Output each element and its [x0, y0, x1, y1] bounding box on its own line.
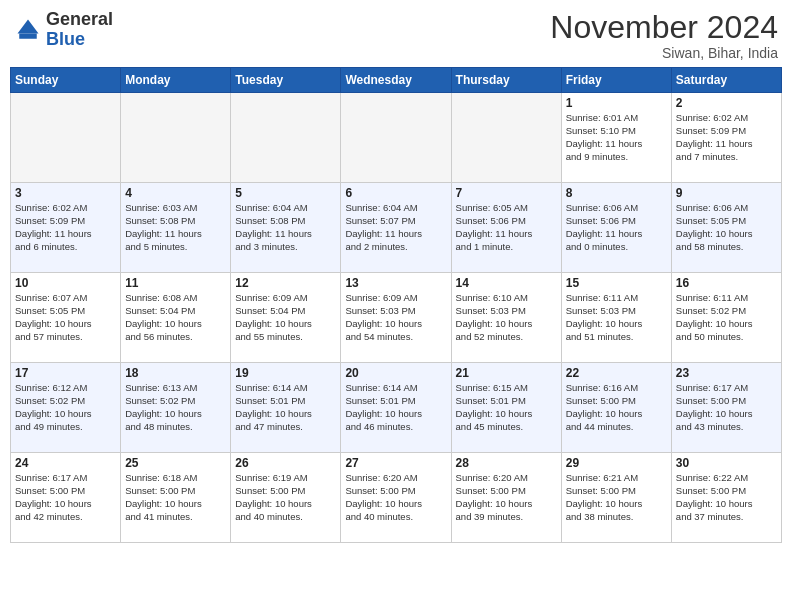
day-number: 3 — [15, 186, 116, 200]
day-info: Sunrise: 6:12 AM Sunset: 5:02 PM Dayligh… — [15, 382, 116, 433]
day-number: 24 — [15, 456, 116, 470]
day-number: 1 — [566, 96, 667, 110]
calendar-cell: 12Sunrise: 6:09 AM Sunset: 5:04 PM Dayli… — [231, 273, 341, 363]
calendar-cell: 18Sunrise: 6:13 AM Sunset: 5:02 PM Dayli… — [121, 363, 231, 453]
day-info: Sunrise: 6:09 AM Sunset: 5:03 PM Dayligh… — [345, 292, 446, 343]
calendar-cell: 24Sunrise: 6:17 AM Sunset: 5:00 PM Dayli… — [11, 453, 121, 543]
calendar-cell: 22Sunrise: 6:16 AM Sunset: 5:00 PM Dayli… — [561, 363, 671, 453]
calendar-cell: 27Sunrise: 6:20 AM Sunset: 5:00 PM Dayli… — [341, 453, 451, 543]
day-number: 5 — [235, 186, 336, 200]
day-info: Sunrise: 6:20 AM Sunset: 5:00 PM Dayligh… — [456, 472, 557, 523]
calendar-header-row: SundayMondayTuesdayWednesdayThursdayFrid… — [11, 68, 782, 93]
calendar-cell: 11Sunrise: 6:08 AM Sunset: 5:04 PM Dayli… — [121, 273, 231, 363]
day-info: Sunrise: 6:08 AM Sunset: 5:04 PM Dayligh… — [125, 292, 226, 343]
calendar-cell: 28Sunrise: 6:20 AM Sunset: 5:00 PM Dayli… — [451, 453, 561, 543]
day-info: Sunrise: 6:21 AM Sunset: 5:00 PM Dayligh… — [566, 472, 667, 523]
day-info: Sunrise: 6:09 AM Sunset: 5:04 PM Dayligh… — [235, 292, 336, 343]
day-info: Sunrise: 6:11 AM Sunset: 5:02 PM Dayligh… — [676, 292, 777, 343]
day-number: 23 — [676, 366, 777, 380]
day-info: Sunrise: 6:19 AM Sunset: 5:00 PM Dayligh… — [235, 472, 336, 523]
calendar-cell: 2Sunrise: 6:02 AM Sunset: 5:09 PM Daylig… — [671, 93, 781, 183]
weekday-header-tuesday: Tuesday — [231, 68, 341, 93]
day-info: Sunrise: 6:15 AM Sunset: 5:01 PM Dayligh… — [456, 382, 557, 433]
calendar-table: SundayMondayTuesdayWednesdayThursdayFrid… — [10, 67, 782, 543]
calendar-cell — [231, 93, 341, 183]
day-number: 7 — [456, 186, 557, 200]
calendar-cell — [121, 93, 231, 183]
day-info: Sunrise: 6:03 AM Sunset: 5:08 PM Dayligh… — [125, 202, 226, 253]
day-number: 11 — [125, 276, 226, 290]
location: Siwan, Bihar, India — [550, 45, 778, 61]
day-info: Sunrise: 6:01 AM Sunset: 5:10 PM Dayligh… — [566, 112, 667, 163]
calendar-week-row: 10Sunrise: 6:07 AM Sunset: 5:05 PM Dayli… — [11, 273, 782, 363]
logo-text: General Blue — [46, 10, 113, 50]
svg-marker-0 — [18, 19, 39, 33]
day-info: Sunrise: 6:04 AM Sunset: 5:08 PM Dayligh… — [235, 202, 336, 253]
day-number: 30 — [676, 456, 777, 470]
day-info: Sunrise: 6:07 AM Sunset: 5:05 PM Dayligh… — [15, 292, 116, 343]
calendar-cell: 4Sunrise: 6:03 AM Sunset: 5:08 PM Daylig… — [121, 183, 231, 273]
day-info: Sunrise: 6:04 AM Sunset: 5:07 PM Dayligh… — [345, 202, 446, 253]
day-number: 17 — [15, 366, 116, 380]
calendar-week-row: 1Sunrise: 6:01 AM Sunset: 5:10 PM Daylig… — [11, 93, 782, 183]
calendar-cell: 7Sunrise: 6:05 AM Sunset: 5:06 PM Daylig… — [451, 183, 561, 273]
calendar-cell: 26Sunrise: 6:19 AM Sunset: 5:00 PM Dayli… — [231, 453, 341, 543]
page-header: General Blue November 2024 Siwan, Bihar,… — [10, 10, 782, 61]
calendar-cell — [11, 93, 121, 183]
weekday-header-sunday: Sunday — [11, 68, 121, 93]
calendar-cell — [341, 93, 451, 183]
calendar-cell: 15Sunrise: 6:11 AM Sunset: 5:03 PM Dayli… — [561, 273, 671, 363]
day-number: 12 — [235, 276, 336, 290]
day-number: 29 — [566, 456, 667, 470]
calendar-cell: 23Sunrise: 6:17 AM Sunset: 5:00 PM Dayli… — [671, 363, 781, 453]
title-block: November 2024 Siwan, Bihar, India — [550, 10, 778, 61]
day-info: Sunrise: 6:20 AM Sunset: 5:00 PM Dayligh… — [345, 472, 446, 523]
day-info: Sunrise: 6:18 AM Sunset: 5:00 PM Dayligh… — [125, 472, 226, 523]
day-info: Sunrise: 6:05 AM Sunset: 5:06 PM Dayligh… — [456, 202, 557, 253]
day-number: 10 — [15, 276, 116, 290]
day-number: 25 — [125, 456, 226, 470]
day-number: 9 — [676, 186, 777, 200]
day-number: 22 — [566, 366, 667, 380]
calendar-cell: 16Sunrise: 6:11 AM Sunset: 5:02 PM Dayli… — [671, 273, 781, 363]
day-info: Sunrise: 6:06 AM Sunset: 5:05 PM Dayligh… — [676, 202, 777, 253]
day-number: 28 — [456, 456, 557, 470]
month-title: November 2024 — [550, 10, 778, 45]
calendar-week-row: 17Sunrise: 6:12 AM Sunset: 5:02 PM Dayli… — [11, 363, 782, 453]
day-number: 27 — [345, 456, 446, 470]
calendar-cell: 3Sunrise: 6:02 AM Sunset: 5:09 PM Daylig… — [11, 183, 121, 273]
calendar-cell: 14Sunrise: 6:10 AM Sunset: 5:03 PM Dayli… — [451, 273, 561, 363]
weekday-header-friday: Friday — [561, 68, 671, 93]
svg-rect-1 — [19, 33, 37, 38]
day-info: Sunrise: 6:02 AM Sunset: 5:09 PM Dayligh… — [15, 202, 116, 253]
calendar-cell — [451, 93, 561, 183]
calendar-cell: 21Sunrise: 6:15 AM Sunset: 5:01 PM Dayli… — [451, 363, 561, 453]
day-number: 18 — [125, 366, 226, 380]
day-number: 8 — [566, 186, 667, 200]
calendar-week-row: 3Sunrise: 6:02 AM Sunset: 5:09 PM Daylig… — [11, 183, 782, 273]
day-info: Sunrise: 6:17 AM Sunset: 5:00 PM Dayligh… — [15, 472, 116, 523]
weekday-header-thursday: Thursday — [451, 68, 561, 93]
day-number: 2 — [676, 96, 777, 110]
weekday-header-wednesday: Wednesday — [341, 68, 451, 93]
day-number: 21 — [456, 366, 557, 380]
day-number: 19 — [235, 366, 336, 380]
day-number: 20 — [345, 366, 446, 380]
day-number: 6 — [345, 186, 446, 200]
day-info: Sunrise: 6:16 AM Sunset: 5:00 PM Dayligh… — [566, 382, 667, 433]
day-info: Sunrise: 6:14 AM Sunset: 5:01 PM Dayligh… — [235, 382, 336, 433]
day-info: Sunrise: 6:11 AM Sunset: 5:03 PM Dayligh… — [566, 292, 667, 343]
day-number: 4 — [125, 186, 226, 200]
day-info: Sunrise: 6:17 AM Sunset: 5:00 PM Dayligh… — [676, 382, 777, 433]
calendar-cell: 20Sunrise: 6:14 AM Sunset: 5:01 PM Dayli… — [341, 363, 451, 453]
day-info: Sunrise: 6:14 AM Sunset: 5:01 PM Dayligh… — [345, 382, 446, 433]
calendar-cell: 5Sunrise: 6:04 AM Sunset: 5:08 PM Daylig… — [231, 183, 341, 273]
day-info: Sunrise: 6:02 AM Sunset: 5:09 PM Dayligh… — [676, 112, 777, 163]
calendar-cell: 6Sunrise: 6:04 AM Sunset: 5:07 PM Daylig… — [341, 183, 451, 273]
weekday-header-monday: Monday — [121, 68, 231, 93]
calendar-cell: 30Sunrise: 6:22 AM Sunset: 5:00 PM Dayli… — [671, 453, 781, 543]
calendar-cell: 17Sunrise: 6:12 AM Sunset: 5:02 PM Dayli… — [11, 363, 121, 453]
day-number: 16 — [676, 276, 777, 290]
day-info: Sunrise: 6:22 AM Sunset: 5:00 PM Dayligh… — [676, 472, 777, 523]
calendar-cell: 10Sunrise: 6:07 AM Sunset: 5:05 PM Dayli… — [11, 273, 121, 363]
